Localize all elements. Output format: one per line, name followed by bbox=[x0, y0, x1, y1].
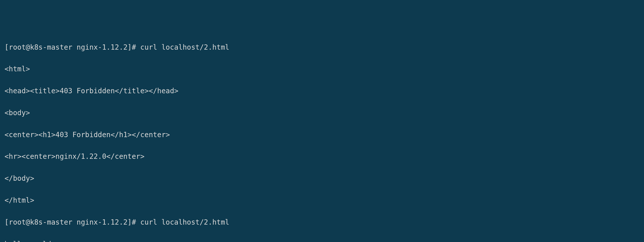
terminal-prompt-line: [root@k8s-master nginx-1.12.2]# curl loc… bbox=[5, 42, 639, 53]
terminal-output-line: <center><h1>403 Forbidden</h1></center> bbox=[5, 129, 639, 140]
terminal-output-line: hello world bbox=[5, 239, 639, 242]
terminal-output-line: </html> bbox=[5, 195, 639, 206]
terminal-output-line: <head><title>403 Forbidden</title></head… bbox=[5, 85, 639, 96]
terminal-output-line: <hr><center>nginx/1.22.0</center> bbox=[5, 151, 639, 162]
terminal-output-line: <html> bbox=[5, 64, 639, 74]
terminal-output-line: <body> bbox=[5, 107, 639, 118]
terminal-output-line: </body> bbox=[5, 173, 639, 184]
terminal-prompt-line: [root@k8s-master nginx-1.12.2]# curl loc… bbox=[5, 217, 639, 228]
